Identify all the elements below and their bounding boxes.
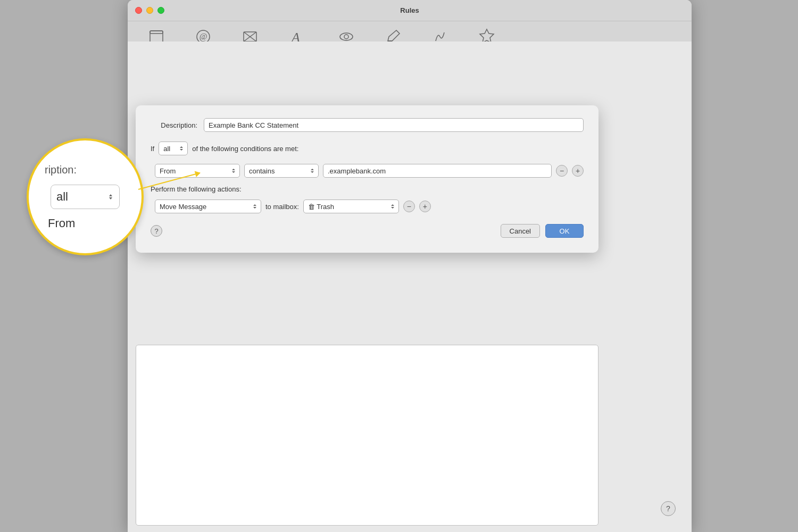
svg-point-8	[340, 33, 353, 40]
conditions-label: of the following conditions are met:	[192, 145, 298, 153]
condition-value-input[interactable]	[323, 164, 552, 178]
annotation-from: From	[39, 217, 131, 230]
action-type-select[interactable]: Move Message Copy Message Delete Message…	[155, 200, 261, 213]
close-button[interactable]	[135, 7, 142, 14]
title-bar: Rules	[128, 0, 692, 21]
cancel-button[interactable]: Cancel	[501, 224, 540, 238]
action-row: Move Message Copy Message Delete Message…	[151, 200, 584, 213]
svg-rect-0	[150, 31, 163, 43]
mailbox-select[interactable]: 🗑 Trash Inbox Archive Junk	[303, 200, 399, 213]
rule-editor-dialog: Description: If all any of the following…	[136, 105, 598, 253]
condition-row: From To Subject Any Recipient contains d…	[151, 164, 584, 178]
conditions-quantifier-select[interactable]: all any	[159, 142, 188, 155]
annotation-label: ription:	[39, 164, 131, 176]
annotation-select[interactable]: all any	[51, 185, 120, 209]
add-action-button[interactable]: +	[419, 201, 431, 212]
zoom-button[interactable]	[157, 7, 164, 14]
svg-marker-11	[480, 29, 494, 43]
dialog-overlay: Description: If all any of the following…	[128, 41, 692, 532]
rules-list-area	[136, 345, 598, 526]
main-window: Rules General @ Accounts Junk Mail A Fon…	[128, 0, 692, 532]
bottom-help-button[interactable]: ?	[661, 501, 676, 516]
svg-text:@: @	[200, 32, 207, 41]
to-mailbox-label: to mailbox:	[265, 203, 299, 211]
dialog-footer: ? Cancel OK	[151, 224, 584, 238]
svg-point-9	[344, 35, 348, 39]
description-input[interactable]	[204, 118, 584, 132]
help-button[interactable]: ?	[151, 225, 162, 237]
minimize-button[interactable]	[146, 7, 153, 14]
circle-annotation: ription: all any From	[27, 138, 144, 255]
annotation-content: ription: all any From	[29, 153, 142, 241]
add-condition-button[interactable]: +	[572, 165, 584, 177]
if-row: If all any of the following conditions a…	[151, 142, 584, 155]
annotation-select-wrapper: all any	[39, 185, 131, 209]
if-label: If	[151, 145, 154, 153]
remove-condition-button[interactable]: −	[556, 165, 568, 177]
ok-button[interactable]: OK	[545, 224, 584, 238]
remove-action-button[interactable]: −	[403, 201, 415, 212]
description-row: Description:	[151, 118, 584, 132]
window-title: Rules	[400, 6, 419, 14]
condition-operator-select[interactable]: contains does not contain begins with en…	[244, 164, 319, 178]
footer-buttons: Cancel OK	[501, 224, 584, 238]
actions-label: Perform the following actions:	[151, 185, 584, 193]
traffic-lights	[135, 7, 164, 14]
description-label: Description:	[151, 121, 204, 129]
svg-rect-1	[150, 31, 163, 34]
